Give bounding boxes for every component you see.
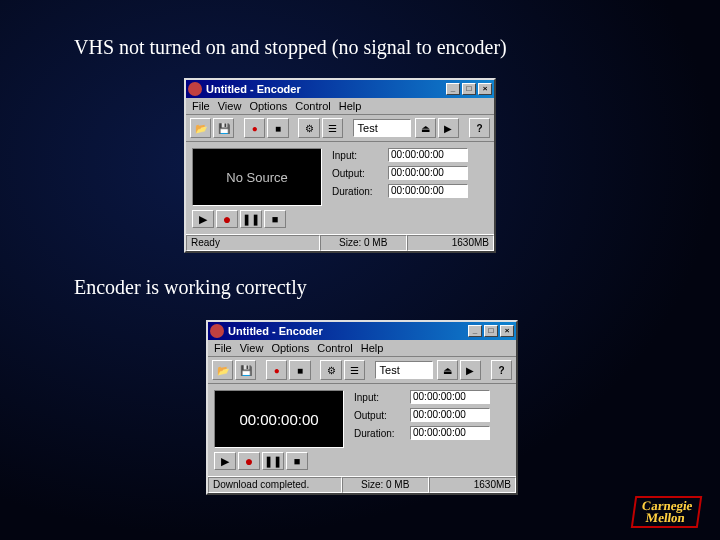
- toolbar: 📂 💾 ● ■ ⚙ ☰ Test ⏏ ▶ ?: [186, 115, 494, 142]
- output-value: 00:00:00:00: [388, 166, 468, 180]
- tool-play-icon[interactable]: ▶: [460, 360, 481, 380]
- encoder-window-working: Untitled - Encoder _ □ × File View Optio…: [206, 320, 518, 495]
- stats-panel: Input: 00:00:00:00 Output: 00:00:00:00 D…: [332, 148, 488, 228]
- record-button[interactable]: ●: [238, 452, 260, 470]
- tool-eject-icon[interactable]: ⏏: [437, 360, 458, 380]
- maximize-button[interactable]: □: [462, 83, 476, 95]
- tool-eject-icon[interactable]: ⏏: [415, 118, 436, 138]
- menu-options[interactable]: Options: [271, 342, 309, 354]
- tool-settings-icon[interactable]: ⚙: [298, 118, 319, 138]
- stats-panel: Input: 00:00:00:00 Output: 00:00:00:00 D…: [354, 390, 510, 470]
- toolbar-name-input[interactable]: Test: [375, 361, 433, 379]
- tool-record-icon[interactable]: ●: [266, 360, 287, 380]
- stop-button[interactable]: ■: [264, 210, 286, 228]
- caption-no-signal: VHS not turned on and stopped (no signal…: [74, 36, 507, 59]
- tool-props-icon[interactable]: ☰: [344, 360, 365, 380]
- menu-file[interactable]: File: [214, 342, 232, 354]
- status-rate: 1630MB: [407, 235, 494, 251]
- stop-button[interactable]: ■: [286, 452, 308, 470]
- tool-open-icon[interactable]: 📂: [212, 360, 233, 380]
- duration-value: 00:00:00:00: [388, 184, 468, 198]
- input-value: 00:00:00:00: [388, 148, 468, 162]
- play-button[interactable]: ▶: [192, 210, 214, 228]
- cmu-line2: Mellon: [640, 512, 692, 524]
- status-size: Size: 0 MB: [342, 477, 429, 493]
- output-label: Output:: [332, 168, 382, 179]
- menubar: File View Options Control Help: [186, 98, 494, 115]
- duration-label: Duration:: [354, 428, 404, 439]
- window-title: Untitled - Encoder: [228, 325, 323, 337]
- menu-view[interactable]: View: [240, 342, 264, 354]
- status-text: Download completed.: [208, 477, 342, 493]
- tool-stop-icon[interactable]: ■: [267, 118, 288, 138]
- tool-stop-icon[interactable]: ■: [289, 360, 310, 380]
- output-label: Output:: [354, 410, 404, 421]
- content-area: 00:00:00:00 ▶ ● ❚❚ ■ Input: 00:00:00:00 …: [208, 384, 516, 476]
- play-button[interactable]: ▶: [214, 452, 236, 470]
- menu-help[interactable]: Help: [339, 100, 362, 112]
- input-value: 00:00:00:00: [410, 390, 490, 404]
- app-icon: [210, 324, 224, 338]
- output-value: 00:00:00:00: [410, 408, 490, 422]
- caption-working: Encoder is working correctly: [74, 276, 307, 299]
- playback-controls: ▶ ● ❚❚ ■: [192, 210, 322, 228]
- maximize-button[interactable]: □: [484, 325, 498, 337]
- preview-panel: 00:00:00:00: [214, 390, 344, 448]
- input-label: Input:: [332, 150, 382, 161]
- app-icon: [188, 82, 202, 96]
- menu-help[interactable]: Help: [361, 342, 384, 354]
- close-button[interactable]: ×: [478, 83, 492, 95]
- tool-open-icon[interactable]: 📂: [190, 118, 211, 138]
- input-label: Input:: [354, 392, 404, 403]
- status-text: Ready: [186, 235, 320, 251]
- tool-play-icon[interactable]: ▶: [438, 118, 459, 138]
- tool-record-icon[interactable]: ●: [244, 118, 265, 138]
- status-size: Size: 0 MB: [320, 235, 407, 251]
- status-rate: 1630MB: [429, 477, 516, 493]
- tool-help-icon[interactable]: ?: [491, 360, 512, 380]
- window-title: Untitled - Encoder: [206, 83, 301, 95]
- minimize-button[interactable]: _: [468, 325, 482, 337]
- menubar: File View Options Control Help: [208, 340, 516, 357]
- content-area: No Source ▶ ● ❚❚ ■ Input: 00:00:00:00 Ou…: [186, 142, 494, 234]
- duration-value: 00:00:00:00: [410, 426, 490, 440]
- preview-panel: No Source: [192, 148, 322, 206]
- menu-control[interactable]: Control: [295, 100, 330, 112]
- encoder-window-nosignal: Untitled - Encoder _ □ × File View Optio…: [184, 78, 496, 253]
- menu-file[interactable]: File: [192, 100, 210, 112]
- statusbar: Ready Size: 0 MB 1630MB: [186, 234, 494, 251]
- menu-control[interactable]: Control: [317, 342, 352, 354]
- close-button[interactable]: ×: [500, 325, 514, 337]
- statusbar: Download completed. Size: 0 MB 1630MB: [208, 476, 516, 493]
- pause-button[interactable]: ❚❚: [262, 452, 284, 470]
- tool-save-icon[interactable]: 💾: [235, 360, 256, 380]
- tool-props-icon[interactable]: ☰: [322, 118, 343, 138]
- titlebar[interactable]: Untitled - Encoder _ □ ×: [208, 322, 516, 340]
- record-button[interactable]: ●: [216, 210, 238, 228]
- tool-help-icon[interactable]: ?: [469, 118, 490, 138]
- toolbar: 📂 💾 ● ■ ⚙ ☰ Test ⏏ ▶ ?: [208, 357, 516, 384]
- tool-settings-icon[interactable]: ⚙: [320, 360, 341, 380]
- menu-options[interactable]: Options: [249, 100, 287, 112]
- toolbar-name-input[interactable]: Test: [353, 119, 411, 137]
- cmu-logo: Carnegie Mellon: [631, 496, 702, 528]
- minimize-button[interactable]: _: [446, 83, 460, 95]
- tool-save-icon[interactable]: 💾: [213, 118, 234, 138]
- pause-button[interactable]: ❚❚: [240, 210, 262, 228]
- titlebar[interactable]: Untitled - Encoder _ □ ×: [186, 80, 494, 98]
- duration-label: Duration:: [332, 186, 382, 197]
- menu-view[interactable]: View: [218, 100, 242, 112]
- playback-controls: ▶ ● ❚❚ ■: [214, 452, 344, 470]
